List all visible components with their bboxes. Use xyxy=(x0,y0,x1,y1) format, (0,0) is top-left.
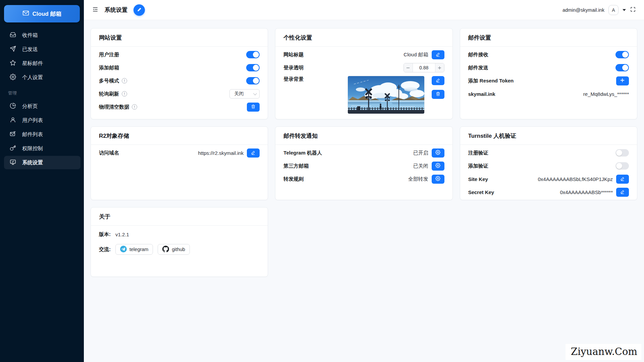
info-icon[interactable]: ! xyxy=(132,104,137,110)
add-verify-toggle[interactable] xyxy=(615,162,629,170)
mail-receive-toggle[interactable] xyxy=(615,51,629,58)
card-personalization: 个性化设置 网站标题 Cloud 邮箱 登录透明 xyxy=(275,28,452,119)
opacity-value[interactable]: 0.88 xyxy=(413,63,435,72)
sidebar-section-label: 管理 xyxy=(0,85,84,99)
multi-mode-toggle[interactable] xyxy=(246,77,260,84)
setting-row-register-verify: 注册验证 xyxy=(468,148,629,158)
telegram-bot-status: 已开启 xyxy=(413,150,428,156)
edit-site-title-button[interactable] xyxy=(432,50,444,59)
pencil-icon xyxy=(620,189,625,195)
purge-data-button[interactable] xyxy=(247,103,260,112)
card-about: 关于 版本: v1.2.1 交流: telegram xyxy=(91,207,268,277)
mail-list-icon xyxy=(10,131,16,138)
card-title: 网站设置 xyxy=(91,28,268,47)
chevron-down-icon xyxy=(253,92,257,95)
sidebar-item-permissions[interactable]: 权限控制 xyxy=(4,142,80,155)
github-icon xyxy=(162,246,169,253)
app-logo-label: Cloud 邮箱 xyxy=(33,10,62,18)
sidebar-item-users[interactable]: 用户列表 xyxy=(4,114,80,127)
setting-row-r2-domain: 访问域名 https://r2.skymail.ink xyxy=(99,148,260,158)
edit-r2-domain-button[interactable] xyxy=(247,148,260,158)
sidebar-item-inbox[interactable]: 收件箱 xyxy=(4,28,80,42)
card-title: 邮件设置 xyxy=(460,28,637,47)
gear-icon xyxy=(435,163,440,169)
setting-row-telegram-bot: Telegram 机器人 已开启 xyxy=(283,148,444,158)
sidebar-item-mail-list[interactable]: 邮件列表 xyxy=(4,128,80,141)
info-icon[interactable]: ! xyxy=(122,91,127,97)
sidebar-item-label: 用户列表 xyxy=(22,117,43,124)
edit-title-button[interactable] xyxy=(133,4,145,16)
card-website-settings: 网站设置 用户注册 添加邮箱 多号模式! 轮询刷新! xyxy=(91,28,268,119)
app-logo[interactable]: Cloud 邮箱 xyxy=(4,5,80,22)
pencil-icon xyxy=(251,150,256,156)
edit-background-button[interactable] xyxy=(432,76,444,85)
setting-row-login-background: 登录背景 xyxy=(283,76,444,114)
monitor-check-icon xyxy=(10,159,16,167)
main-area: 系统设置 admin@skymail.ink A 网站设置 xyxy=(84,0,644,362)
register-verify-toggle[interactable] xyxy=(615,149,629,157)
setting-row-add-verify: 添加验证 xyxy=(468,161,629,171)
setting-row-secret-key: Secret Key 0x4AAAAAAABSb****** xyxy=(468,187,629,197)
sidebar-item-label: 收件箱 xyxy=(22,32,38,39)
github-link-button[interactable]: github xyxy=(158,244,190,255)
delete-background-button[interactable] xyxy=(432,90,444,99)
sidebar-nav: 收件箱 已发送 星标邮件 个人设置 管理 分析页 用户列表 xyxy=(0,28,84,170)
third-party-config-button[interactable] xyxy=(432,162,444,171)
gear-icon xyxy=(435,176,440,182)
stepper-minus-button[interactable] xyxy=(404,63,413,72)
site-title-value: Cloud 邮箱 xyxy=(404,52,428,58)
sidebar: Cloud 邮箱 收件箱 已发送 星标邮件 个人设置 管理 分析页 xyxy=(0,0,84,362)
third-party-status: 已关闭 xyxy=(413,163,428,169)
sidebar-item-personal-settings[interactable]: 个人设置 xyxy=(4,71,80,84)
add-resend-token-button[interactable] xyxy=(616,76,629,85)
setting-row-third-party-mail: 第三方邮箱 已关闭 xyxy=(283,161,444,171)
chevron-down-icon[interactable] xyxy=(623,9,626,11)
gear-icon xyxy=(435,150,440,156)
sidebar-item-label: 系统设置 xyxy=(22,159,43,166)
menu-fold-icon xyxy=(92,6,99,14)
setting-row-multi-mode: 多号模式! xyxy=(99,76,260,85)
card-title: 邮件转发通知 xyxy=(275,127,452,145)
sidebar-item-starred[interactable]: 星标邮件 xyxy=(4,57,80,70)
pencil-icon xyxy=(436,78,440,83)
info-icon[interactable]: ! xyxy=(122,78,127,83)
sidebar-item-label: 已发送 xyxy=(22,46,38,53)
setting-row-add-mailbox: 添加邮箱 xyxy=(99,63,260,72)
envelope-icon xyxy=(22,10,29,18)
telegram-link-button[interactable]: telegram xyxy=(115,244,153,255)
r2-domain-value: https://r2.skymail.ink xyxy=(198,150,244,156)
login-background-image xyxy=(348,76,424,114)
card-title: Turnstile 人机验证 xyxy=(460,127,637,145)
sidebar-item-system-settings[interactable]: 系统设置 xyxy=(4,156,80,169)
page-title: 系统设置 xyxy=(105,6,127,14)
poll-refresh-select[interactable]: 关闭 xyxy=(229,89,260,99)
edit-secret-key-button[interactable] xyxy=(616,188,629,197)
setting-row-site-title: 网站标题 Cloud 邮箱 xyxy=(283,50,444,59)
mail-send-toggle[interactable] xyxy=(615,64,629,71)
telegram-icon xyxy=(120,246,127,253)
fullscreen-button[interactable] xyxy=(630,6,636,13)
edit-site-key-button[interactable] xyxy=(616,175,629,184)
trash-icon xyxy=(436,92,440,97)
about-contact-row: 交流: telegram github xyxy=(99,244,260,255)
setting-row-site-key: Site Key 0x4AAAAAAABSbLfKS40P1JKpz xyxy=(468,174,629,184)
stepper-plus-button[interactable] xyxy=(435,63,444,72)
avatar[interactable]: A xyxy=(608,5,619,15)
site-key-value: 0x4AAAAAAABSbLfKS40P1JKpz xyxy=(538,176,613,182)
secret-key-value: 0x4AAAAAAABSb****** xyxy=(560,189,613,195)
forward-rule-config-button[interactable] xyxy=(432,175,444,184)
card-r2-storage: R2对象存储 访问域名 https://r2.skymail.ink xyxy=(91,126,268,200)
watermark: Ziyuanw.Com xyxy=(566,344,641,360)
telegram-bot-config-button[interactable] xyxy=(432,148,444,158)
setting-row-forward-rule: 转发规则 全部转发 xyxy=(283,174,444,184)
add-mailbox-toggle[interactable] xyxy=(246,64,260,71)
sidebar-collapse-button[interactable] xyxy=(92,6,99,14)
user-register-toggle[interactable] xyxy=(246,51,260,58)
setting-row-poll-refresh: 轮询刷新! 关闭 xyxy=(99,89,260,99)
setting-row-mail-send: 邮件发送 xyxy=(468,63,629,72)
sidebar-item-analytics[interactable]: 分析页 xyxy=(4,100,80,113)
sidebar-item-sent[interactable]: 已发送 xyxy=(4,43,80,56)
version-value: v1.2.1 xyxy=(115,232,129,237)
setting-row-login-opacity: 登录透明 0.88 xyxy=(283,63,444,72)
user-icon xyxy=(10,117,16,124)
